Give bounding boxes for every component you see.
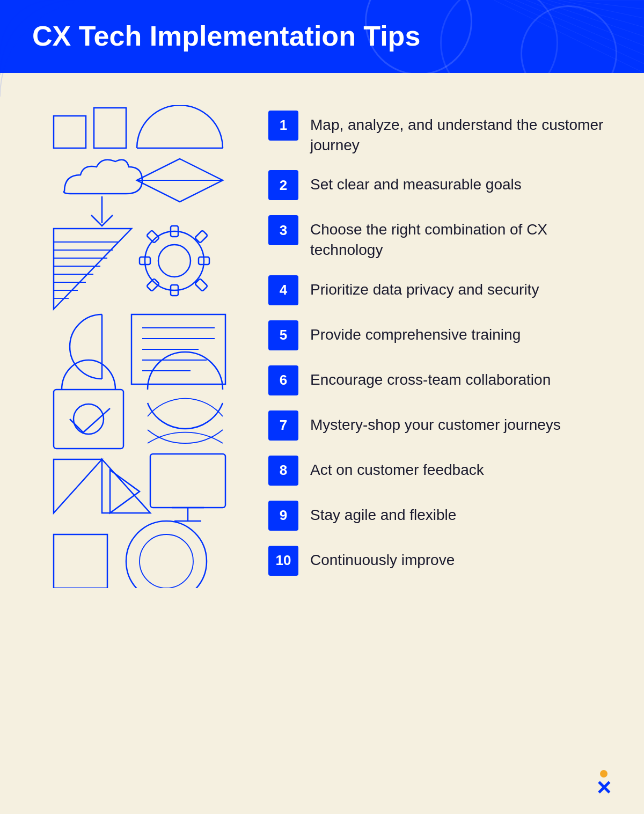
x-dot bbox=[600, 770, 608, 778]
svg-marker-25 bbox=[54, 229, 131, 309]
tips-list: 1Map, analyze, and understand the custom… bbox=[268, 105, 612, 576]
tip-text-10: Continuously improve bbox=[310, 546, 455, 570]
cx-illustration: .ill { fill: none; stroke: #0033ff; stro… bbox=[32, 105, 236, 588]
svg-point-16 bbox=[158, 245, 191, 277]
svg-rect-46 bbox=[150, 454, 225, 508]
tip-number-8: 8 bbox=[268, 456, 298, 486]
tip-number-4: 4 bbox=[268, 275, 298, 305]
tip-number-5: 5 bbox=[268, 320, 298, 350]
tip-item-10: 10Continuously improve bbox=[268, 546, 612, 576]
svg-rect-10 bbox=[94, 108, 126, 148]
tip-item-2: 2Set clear and measurable goals bbox=[268, 170, 612, 200]
tip-number-9: 9 bbox=[268, 501, 298, 531]
tip-item-7: 7Mystery-shop your customer journeys bbox=[268, 410, 612, 441]
svg-rect-23 bbox=[147, 278, 159, 291]
svg-rect-21 bbox=[147, 230, 159, 243]
tip-text-2: Set clear and measurable goals bbox=[310, 170, 522, 195]
svg-rect-9 bbox=[54, 116, 86, 148]
tip-item-9: 9Stay agile and flexible bbox=[268, 501, 612, 531]
tip-item-8: 8Act on customer feedback bbox=[268, 456, 612, 486]
tip-text-3: Choose the right combination of CX techn… bbox=[310, 215, 612, 260]
tip-item-4: 4Prioritize data privacy and security bbox=[268, 275, 612, 305]
svg-line-6 bbox=[558, 0, 644, 18]
tip-item-6: 6Encourage cross-team collaboration bbox=[268, 365, 612, 395]
tip-number-6: 6 bbox=[268, 365, 298, 395]
svg-marker-44 bbox=[102, 459, 150, 513]
svg-rect-41 bbox=[54, 390, 123, 449]
footer-logo: ✕ bbox=[596, 770, 612, 798]
tip-text-7: Mystery-shop your customer journeys bbox=[310, 410, 561, 435]
main-content: .ill { fill: none; stroke: #0033ff; stro… bbox=[0, 73, 644, 622]
x-logo: ✕ bbox=[596, 770, 612, 798]
svg-rect-50 bbox=[54, 534, 107, 588]
svg-point-51 bbox=[126, 521, 207, 588]
svg-marker-43 bbox=[54, 459, 102, 513]
svg-point-52 bbox=[140, 534, 193, 588]
tip-item-5: 5Provide comprehensive training bbox=[268, 320, 612, 350]
tip-number-7: 7 bbox=[268, 410, 298, 441]
tip-number-2: 2 bbox=[268, 170, 298, 200]
tip-text-8: Act on customer feedback bbox=[310, 456, 484, 480]
tip-text-1: Map, analyze, and understand the custome… bbox=[310, 111, 612, 156]
tip-number-1: 1 bbox=[268, 111, 298, 141]
page-title: CX Tech Implementation Tips bbox=[32, 20, 612, 53]
illustration-panel: .ill { fill: none; stroke: #0033ff; stro… bbox=[32, 105, 236, 590]
tip-text-6: Encourage cross-team collaboration bbox=[310, 365, 551, 390]
tip-text-4: Prioritize data privacy and security bbox=[310, 275, 539, 300]
tip-number-10: 10 bbox=[268, 546, 298, 576]
tip-number-3: 3 bbox=[268, 215, 298, 245]
svg-point-15 bbox=[145, 231, 204, 290]
tip-item-1: 1Map, analyze, and understand the custom… bbox=[268, 111, 612, 156]
page-header: CX Tech Implementation Tips bbox=[0, 0, 644, 73]
svg-marker-45 bbox=[110, 470, 140, 513]
x-mark: ✕ bbox=[596, 779, 612, 798]
tip-text-5: Provide comprehensive training bbox=[310, 320, 521, 345]
tip-item-3: 3Choose the right combination of CX tech… bbox=[268, 215, 612, 260]
tip-text-9: Stay agile and flexible bbox=[310, 501, 456, 525]
